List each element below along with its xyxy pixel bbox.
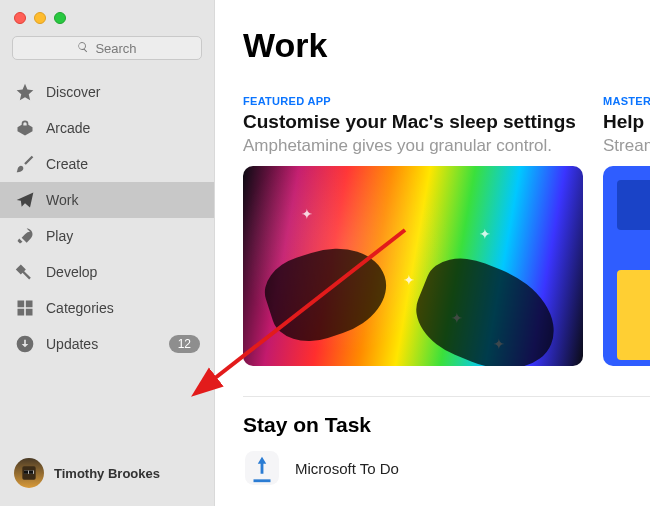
card-artwork: ✦ ✦ ✦ ✦ ✦ xyxy=(243,166,583,366)
app-icon xyxy=(243,449,281,487)
window-controls xyxy=(0,0,214,32)
featured-card[interactable]: MASTER YO Help Ma Streamli xyxy=(603,95,650,366)
sidebar-item-label: Discover xyxy=(46,84,200,100)
sidebar-item-label: Develop xyxy=(46,264,200,280)
sparkle-icon: ✦ xyxy=(493,336,505,352)
sidebar-item-create[interactable]: Create xyxy=(0,146,214,182)
page-title: Work xyxy=(243,26,650,65)
sidebar-item-discover[interactable]: Discover xyxy=(0,74,214,110)
minimize-window-button[interactable] xyxy=(34,12,46,24)
hammer-icon xyxy=(14,262,36,282)
sidebar-item-arcade[interactable]: Arcade xyxy=(0,110,214,146)
sidebar-item-play[interactable]: Play xyxy=(0,218,214,254)
sidebar-item-updates[interactable]: Updates 12 xyxy=(0,326,214,362)
section-title: Stay on Task xyxy=(243,413,650,437)
user-name: Timothy Brookes xyxy=(54,466,160,481)
user-account[interactable]: Timothy Brookes xyxy=(0,458,214,506)
card-eyebrow: FEATURED APP xyxy=(243,95,583,107)
updates-badge: 12 xyxy=(169,335,200,353)
section-divider xyxy=(243,396,650,397)
card-headline: Customise your Mac's sleep settings xyxy=(243,111,583,133)
sparkle-icon: ✦ xyxy=(451,310,463,326)
close-window-button[interactable] xyxy=(14,12,26,24)
brush-icon xyxy=(14,154,36,174)
maximize-window-button[interactable] xyxy=(54,12,66,24)
paperplane-icon xyxy=(14,190,36,210)
rocket-icon xyxy=(14,226,36,246)
sidebar-item-work[interactable]: Work xyxy=(0,182,214,218)
sidebar: Search Discover Arcade Create xyxy=(0,0,215,506)
featured-card[interactable]: FEATURED APP Customise your Mac's sleep … xyxy=(243,95,583,366)
svg-rect-3 xyxy=(29,471,33,474)
sparkle-icon: ✦ xyxy=(301,206,313,222)
card-artwork xyxy=(603,166,650,366)
sidebar-item-label: Create xyxy=(46,156,200,172)
featured-cards: FEATURED APP Customise your Mac's sleep … xyxy=(243,95,650,366)
sidebar-item-label: Play xyxy=(46,228,200,244)
app-list-item[interactable]: Microsoft To Do xyxy=(243,449,650,487)
svg-rect-2 xyxy=(24,471,28,474)
search-icon xyxy=(77,41,89,56)
card-eyebrow: MASTER YO xyxy=(603,95,650,107)
sparkle-icon: ✦ xyxy=(479,226,491,242)
card-subhead: Streamli xyxy=(603,136,650,156)
app-window: Search Discover Arcade Create xyxy=(0,0,650,506)
download-icon xyxy=(14,334,36,354)
sidebar-item-develop[interactable]: Develop xyxy=(0,254,214,290)
arcade-icon xyxy=(14,118,36,138)
card-subhead: Amphetamine gives you granular control. xyxy=(243,136,583,156)
grid-icon xyxy=(14,298,36,318)
app-name: Microsoft To Do xyxy=(295,460,399,477)
sidebar-nav: Discover Arcade Create Work xyxy=(0,70,214,458)
sparkle-icon: ✦ xyxy=(403,272,415,288)
search-input[interactable]: Search xyxy=(12,36,202,60)
main-content: Work FEATURED APP Customise your Mac's s… xyxy=(215,0,650,506)
sidebar-item-label: Arcade xyxy=(46,120,200,136)
sidebar-item-label: Work xyxy=(46,192,200,208)
search-placeholder: Search xyxy=(95,41,136,56)
star-icon xyxy=(14,82,36,102)
sidebar-item-label: Updates xyxy=(46,336,159,352)
sidebar-item-label: Categories xyxy=(46,300,200,316)
sidebar-item-categories[interactable]: Categories xyxy=(0,290,214,326)
search-wrap: Search xyxy=(0,32,214,70)
avatar xyxy=(14,458,44,488)
card-headline: Help Ma xyxy=(603,111,650,133)
